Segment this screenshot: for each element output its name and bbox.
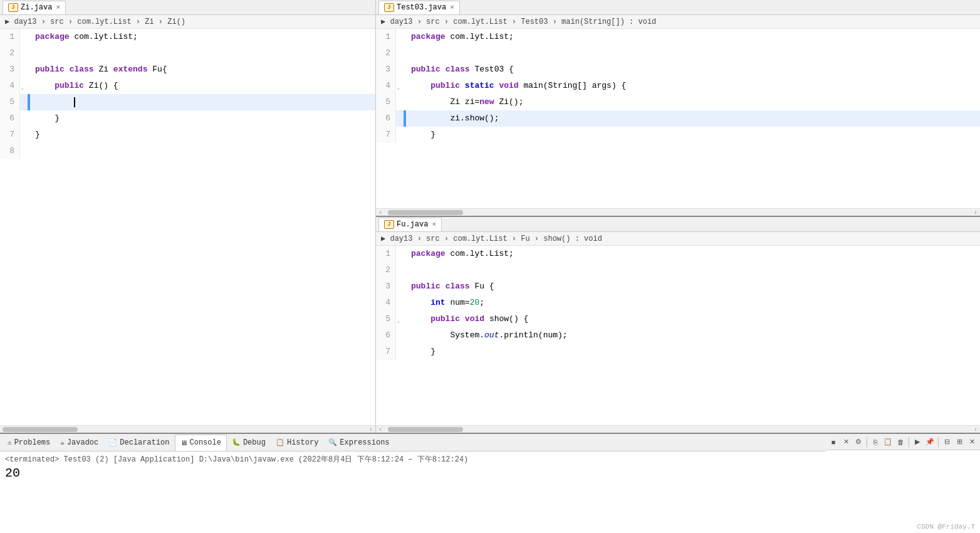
history-icon: 📋 xyxy=(276,438,284,446)
test03-line-5: 5 Zi zi=new Zi(); xyxy=(376,94,980,110)
tab-console[interactable]: 🖥 Console xyxy=(175,435,227,451)
fu-line-2: 2 xyxy=(376,262,980,278)
fu-tab-bar: J Fu.java × xyxy=(376,217,980,232)
fu-scroll-right[interactable]: › xyxy=(971,426,980,433)
bottom-panel: ⚠ Problems ☕ Javadoc 📄 Declaration 🖥 Con… xyxy=(0,433,980,533)
fu-hscrollbar[interactable]: ‹ › xyxy=(376,425,980,433)
test03-tab-bar: J Test03.java × xyxy=(376,0,980,15)
fu-line-1: 1 package com.lyt.List; xyxy=(376,246,980,262)
test03-hscrollbar[interactable]: ‹ › xyxy=(376,208,980,216)
zi-hscrollbar-thumb[interactable] xyxy=(3,427,78,432)
fu-code-editor[interactable]: 1 package com.lyt.List; 2 3 xyxy=(376,246,980,425)
toolbar-remove-btn[interactable]: ✕ xyxy=(840,436,852,448)
tab-console-label: Console xyxy=(190,438,221,447)
test03-code-editor[interactable]: 1 package com.lyt.List; 2 3 xyxy=(376,29,980,208)
java-icon: J xyxy=(8,3,18,12)
fu-hscrollbar-thumb[interactable] xyxy=(388,427,463,432)
zi-line-3: 3 public class Zi extends Fu{ xyxy=(0,61,375,78)
tab-fu-close[interactable]: × xyxy=(432,221,436,228)
toolbar-clear-btn[interactable]: 🗑 xyxy=(895,436,906,448)
tab-debug-label: Debug xyxy=(243,438,266,447)
fu-line-3: 3 public class Fu { xyxy=(376,278,980,295)
toolbar-stop-btn[interactable]: ■ xyxy=(828,436,839,448)
tab-test03-java[interactable]: J Test03.java × xyxy=(378,1,460,14)
tab-declaration[interactable]: 📄 Declaration xyxy=(103,435,174,451)
console-output: 20 xyxy=(5,466,975,480)
fu-line-4: 4 int num=20; xyxy=(376,295,980,311)
zi-scroll-right[interactable]: › xyxy=(366,426,375,433)
test03-scroll-right[interactable]: › xyxy=(971,209,980,216)
tab-problems[interactable]: ⚠ Problems xyxy=(3,435,55,451)
tab-problems-label: Problems xyxy=(14,438,51,447)
fu-line-7: 7 } xyxy=(376,344,980,360)
watermark: CSDN @Friday.T xyxy=(917,523,975,530)
test03-line-7: 7 } xyxy=(376,127,980,143)
tab-fu-java[interactable]: J Fu.java × xyxy=(378,218,442,231)
expressions-icon: 🔍 xyxy=(328,438,337,446)
debug-icon: 🐛 xyxy=(232,438,241,446)
tab-test03-close[interactable]: × xyxy=(450,4,454,11)
toolbar-sep-3 xyxy=(938,437,939,447)
zi-line-5: 5 xyxy=(0,94,375,110)
toolbar-settings-btn[interactable]: ⚙ xyxy=(853,436,864,448)
toolbar-minimize-btn[interactable]: ⊟ xyxy=(941,436,952,448)
tab-zi-close[interactable]: × xyxy=(56,4,60,11)
test03-breadcrumb: ▶ day13 › src › com.lyt.List › Test03 › … xyxy=(376,15,980,29)
console-toolbar: ■ ✕ ⚙ ⎘ 📋 🗑 ▶ 📌 ⊟ ⊞ ✕ xyxy=(825,434,980,450)
toolbar-sep-1 xyxy=(867,437,867,447)
toolbar-paste-btn[interactable]: 📋 xyxy=(882,436,894,448)
fu-line-5: 5 ◦ public void show() { xyxy=(376,311,980,327)
test03-java-icon: J xyxy=(384,3,394,12)
problems-icon: ⚠ xyxy=(8,438,12,446)
zi-line-8: 8 xyxy=(0,143,375,159)
tab-javadoc-label: Javadoc xyxy=(67,438,98,447)
tab-expressions-label: Expressions xyxy=(340,438,389,447)
tab-debug[interactable]: 🐛 Debug xyxy=(227,435,271,451)
toolbar-close-btn[interactable]: ✕ xyxy=(966,436,977,448)
tab-zi-java[interactable]: J Zi.java × xyxy=(3,1,66,14)
tab-declaration-label: Declaration xyxy=(120,438,169,447)
zi-hscrollbar[interactable]: › xyxy=(0,425,375,433)
test03-line-3: 3 public class Test03 { xyxy=(376,61,980,78)
tab-test03-label: Test03.java xyxy=(397,3,446,12)
tab-fu-label: Fu.java xyxy=(397,220,428,229)
bottom-tabs: ⚠ Problems ☕ Javadoc 📄 Declaration 🖥 Con… xyxy=(0,434,825,451)
zi-line-4: 4 ◦ public Zi() { xyxy=(0,78,375,94)
tab-zi-label: Zi.java xyxy=(21,3,52,12)
fu-line-6: 6 System.out.println(num); xyxy=(376,327,980,344)
tab-history[interactable]: 📋 History xyxy=(271,435,323,451)
tab-expressions[interactable]: 🔍 Expressions xyxy=(323,435,394,451)
zi-tab-bar: J Zi.java × xyxy=(0,0,375,15)
tab-javadoc[interactable]: ☕ Javadoc xyxy=(55,435,103,451)
zi-line-6: 6 } xyxy=(0,110,375,127)
test03-line-2: 2 xyxy=(376,45,980,61)
fu-scroll-left[interactable]: ‹ xyxy=(376,426,385,433)
toolbar-copy-btn[interactable]: ⎘ xyxy=(870,436,881,448)
zi-code-editor[interactable]: 1 package com.lyt.List; 2 3 p xyxy=(0,29,375,425)
terminated-line: <terminated> Test03 (2) [Java Applicatio… xyxy=(5,454,975,465)
test03-line-6: 6 zi.show(); xyxy=(376,110,980,127)
javadoc-icon: ☕ xyxy=(60,438,65,446)
toolbar-run-btn[interactable]: ▶ xyxy=(912,436,923,448)
toolbar-pin-btn[interactable]: 📌 xyxy=(924,436,936,448)
zi-line-1: 1 package com.lyt.List; xyxy=(0,29,375,45)
test03-scroll-left[interactable]: ‹ xyxy=(376,209,385,216)
test03-line-4: 4 ◦ public static void main(String[] arg… xyxy=(376,78,980,94)
test03-line-1: 1 package com.lyt.List; xyxy=(376,29,980,45)
console-content: <terminated> Test03 (2) [Java Applicatio… xyxy=(0,451,980,533)
zi-line-7: 7 } xyxy=(0,127,375,143)
zi-breadcrumb: ▶ day13 › src › com.lyt.List › Zi › Zi() xyxy=(0,15,375,29)
fu-breadcrumb: ▶ day13 › src › com.lyt.List › Fu › show… xyxy=(376,232,980,246)
tab-history-label: History xyxy=(287,438,318,447)
declaration-icon: 📄 xyxy=(108,438,117,446)
toolbar-maximize-btn[interactable]: ⊞ xyxy=(954,436,965,448)
zi-line-2: 2 xyxy=(0,45,375,61)
toolbar-sep-2 xyxy=(909,437,909,447)
console-icon: 🖥 xyxy=(180,439,187,447)
fu-java-icon: J xyxy=(384,220,394,229)
test03-hscrollbar-thumb[interactable] xyxy=(388,210,463,215)
